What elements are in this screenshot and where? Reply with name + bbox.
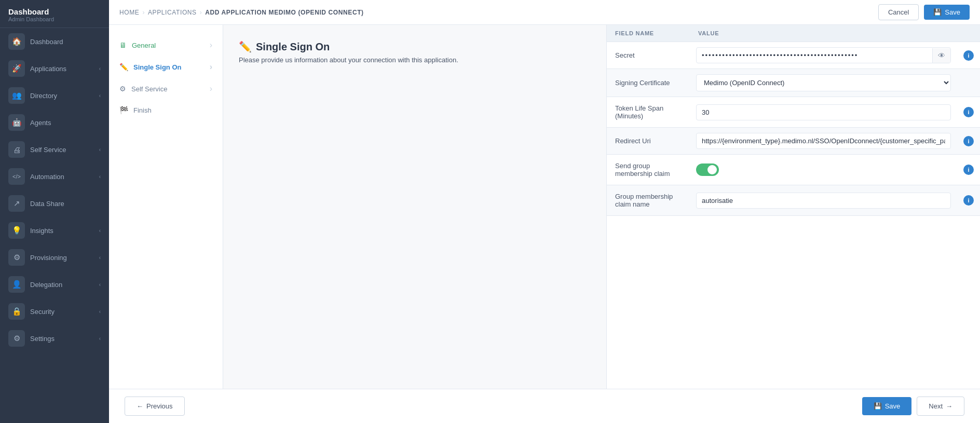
table-row-token-life-span: Token Life Span (Minutes) i: [607, 97, 980, 128]
info-icon-token-life-span[interactable]: i: [963, 107, 974, 117]
breadcrumb-home[interactable]: HOME: [119, 9, 139, 16]
wizard-step-self-service[interactable]: ⚙ Self Service ›: [109, 79, 223, 99]
security-icon: 🔒: [8, 303, 25, 320]
sidebar-item-label-applications: Applications: [30, 65, 66, 73]
form-area: ✏️ Single Sign On Please provide us info…: [223, 25, 606, 389]
settings-icon: ⚙: [8, 330, 25, 347]
content-area: 🖥 General › ✏️ Single Sign On › ⚙ Self S…: [109, 25, 980, 389]
wizard-step-finish[interactable]: 🏁 Finish: [109, 101, 223, 119]
redirect-uri-input[interactable]: [696, 133, 951, 149]
sidebar-item-label-insights: Insights: [30, 227, 53, 235]
form-subtitle: Please provide us information about your…: [239, 56, 591, 64]
secret-wrapper: 👁: [696, 47, 951, 63]
form-header: ✏️ Single Sign On Please provide us info…: [239, 40, 591, 64]
secret-input[interactable]: [697, 48, 932, 63]
table-row-send-group-membership: Send group membership claim i: [607, 155, 980, 185]
sidebar-item-applications[interactable]: 🚀 Applications ‹: [0, 55, 109, 82]
field-info-signing-cert: [957, 69, 980, 97]
field-label-redirect-uri: Redirect Uri: [607, 128, 690, 155]
cancel-button[interactable]: Cancel: [878, 4, 919, 20]
bottom-nav: ← Previous 💾 Save Next →: [109, 389, 980, 423]
sidebar: Dashboard Admin Dashboard 🏠 Dashboard 🚀 …: [0, 0, 109, 423]
sidebar-item-provisioning[interactable]: ⚙ Provisioning ‹: [0, 244, 109, 271]
chevron-right-icon-del: ‹: [99, 282, 101, 288]
info-icon-secret[interactable]: i: [963, 50, 974, 61]
info-icon-group-membership-claim-name[interactable]: i: [963, 195, 974, 206]
arrow-right-icon: →: [946, 402, 952, 410]
delegation-icon: 👤: [8, 276, 25, 293]
applications-icon: 🚀: [8, 60, 25, 77]
flag-icon: 🏁: [119, 106, 128, 114]
next-button[interactable]: Next →: [917, 397, 964, 416]
sidebar-item-self-service[interactable]: 🖨 Self Service ‹: [0, 136, 109, 163]
chevron-right-icon: ‹: [99, 66, 101, 72]
toggle-slider-group-membership: [696, 163, 719, 176]
breadcrumb: HOME › APPLICATIONS › ADD APPLICATION ME…: [119, 9, 364, 16]
bottom-right-actions: 💾 Save Next →: [862, 397, 964, 416]
wizard-step-label-sso: Single Sign On: [133, 63, 181, 71]
right-panel: FIELD NAME VALUE Secret 👁: [606, 25, 980, 389]
sidebar-item-dashboard[interactable]: 🏠 Dashboard: [0, 28, 109, 55]
insights-icon: 💡: [8, 222, 25, 239]
field-label-secret: Secret: [607, 42, 690, 69]
sidebar-item-insights[interactable]: 💡 Insights ‹: [0, 217, 109, 244]
sidebar-item-directory[interactable]: 👥 Directory ‹: [0, 82, 109, 109]
info-icon-send-group-membership[interactable]: i: [963, 165, 974, 175]
signing-certificate-select[interactable]: Medimo (OpenID Connect): [696, 74, 951, 91]
sidebar-item-label-settings: Settings: [30, 335, 55, 343]
self-service-icon: 🖨: [8, 141, 25, 158]
save-button-top[interactable]: 💾 Save: [924, 5, 970, 20]
breadcrumb-current: ADD APPLICATION MEDIMO (OPENID CONNECT): [205, 9, 363, 16]
breadcrumb-applications[interactable]: APPLICATIONS: [148, 9, 197, 16]
field-info-redirect-uri: i: [957, 128, 980, 155]
save-icon-top: 💾: [933, 8, 942, 16]
sidebar-item-settings[interactable]: ⚙ Settings ‹: [0, 325, 109, 352]
sidebar-brand-title: Dashboard: [8, 7, 101, 16]
sidebar-brand-sub: Admin Dashboard: [8, 16, 101, 22]
sidebar-item-security[interactable]: 🔒 Security ‹: [0, 298, 109, 325]
breadcrumb-sep-1: ›: [142, 9, 145, 16]
table-row-group-membership-claim-name: Group membership claim name i: [607, 185, 980, 216]
sidebar-item-automation[interactable]: </> Automation ‹: [0, 163, 109, 190]
field-value-send-group-membership: [690, 155, 957, 185]
field-label-signing-cert: Signing Certificate: [607, 69, 690, 97]
sidebar-item-datashare[interactable]: ↗ Data Share: [0, 190, 109, 217]
sidebar-item-label-security: Security: [30, 308, 55, 316]
chevron-right-icon-set: ‹: [99, 336, 101, 342]
provisioning-icon: ⚙: [8, 249, 25, 266]
group-membership-claim-name-input[interactable]: [696, 193, 951, 209]
token-life-span-input[interactable]: [696, 104, 951, 120]
table-row-signing-cert: Signing Certificate Medimo (OpenID Conne…: [607, 69, 980, 97]
sidebar-item-label-delegation: Delegation: [30, 281, 62, 289]
sidebar-item-delegation[interactable]: 👤 Delegation ‹: [0, 271, 109, 298]
col-field-name: FIELD NAME: [607, 25, 690, 42]
sidebar-item-agents[interactable]: 🤖 Agents: [0, 109, 109, 136]
form-title-icon: ✏️: [239, 40, 252, 53]
field-value-secret: 👁: [690, 42, 957, 69]
wizard-step-label-ss: Self Service: [131, 85, 167, 93]
wizard-step-general[interactable]: 🖥 General ›: [109, 35, 223, 55]
pen-icon: ✏️: [119, 63, 128, 71]
col-info: [957, 25, 980, 42]
chevron-right-icon-ins: ‹: [99, 228, 101, 234]
table-row-secret: Secret 👁 i: [607, 42, 980, 69]
save-button-bottom[interactable]: 💾 Save: [862, 397, 912, 415]
field-info-send-group-membership: i: [957, 155, 980, 185]
breadcrumb-sep-2: ›: [200, 9, 202, 16]
field-info-group-membership-claim-name: i: [957, 185, 980, 216]
eye-icon[interactable]: 👁: [932, 48, 950, 63]
wizard-step-sso[interactable]: ✏️ Single Sign On ›: [109, 57, 223, 77]
sidebar-item-label-automation: Automation: [30, 173, 64, 181]
arrow-left-icon: ←: [137, 402, 143, 410]
datashare-icon: ↗: [8, 195, 25, 212]
field-info-secret: i: [957, 42, 980, 69]
previous-button[interactable]: ← Previous: [125, 397, 185, 416]
topbar-actions: Cancel 💾 Save: [878, 4, 970, 20]
gear-icon-wizard: ⚙: [119, 85, 126, 93]
form-title: ✏️ Single Sign On: [239, 40, 591, 53]
topbar: HOME › APPLICATIONS › ADD APPLICATION ME…: [109, 0, 980, 25]
info-icon-redirect-uri[interactable]: i: [963, 136, 974, 146]
toggle-send-group-membership[interactable]: [696, 163, 719, 176]
directory-icon: 👥: [8, 87, 25, 104]
chevron-right-icon-auto: ‹: [99, 174, 101, 180]
